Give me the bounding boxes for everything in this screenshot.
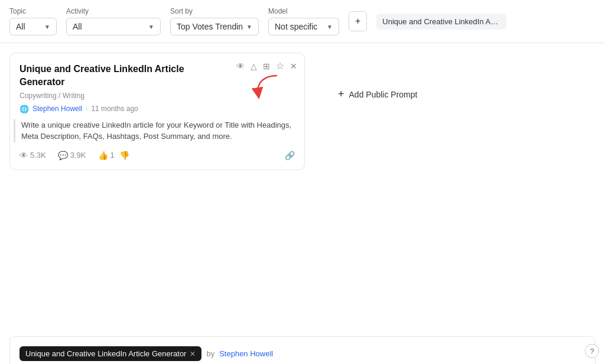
bottom-header: Unique and Creative LinkedIn Article Gen… [19,346,586,361]
card-stats: 👁 5.3K 💬 3.9K 👍 1 👎 🔗 [19,151,295,160]
comments-icon: 💬 [58,151,68,160]
sortby-chevron-icon: ▼ [246,24,252,30]
model-value: Not specific [275,22,317,31]
likes-count: 1 [110,151,115,160]
time-ago: 11 months ago [91,105,138,113]
link-stat: 🔗 [285,151,295,160]
filter-tag-text: Unique and Creative LinkedIn Article [382,17,500,26]
thumbsdown-icon[interactable]: 👎 [119,151,129,160]
card-description: Write a unique creative LinkedIn article… [14,119,295,142]
model-select[interactable]: Not specific ▼ [268,18,339,35]
filter-bar: Topic All ▼ Activity All ▼ Sort by Top V… [0,0,605,43]
card-category: Copywriting / Writing [19,92,295,100]
help-button[interactable]: ? [585,344,599,358]
sortby-label: Sort by [170,7,259,15]
by-text: by [206,349,214,358]
thumbsup-icon[interactable]: 👍 [98,151,108,160]
topic-filter-group: Topic All ▼ [9,7,57,35]
active-filter-tag: Unique and Creative LinkedIn Article [376,14,506,30]
prompt-badge: Unique and Creative LinkedIn Article Gen… [19,346,201,361]
help-icon: ? [590,347,594,356]
model-chevron-icon: ▼ [327,24,333,30]
warning-icon[interactable]: △ [251,61,257,71]
activity-filter-group: Activity All ▼ [66,7,161,35]
activity-select[interactable]: All ▼ [66,18,161,35]
link-icon[interactable]: 🔗 [285,151,295,160]
comments-stat: 💬 3.9K [58,151,86,160]
sortby-filter-group: Sort by Top Votes Trendin ▼ [170,7,259,35]
add-model-button[interactable]: + [349,11,367,31]
card-author-row: 🌐 Stephen Howell · 11 months ago [19,105,295,113]
model-label: Model [268,7,339,15]
badge-text: Unique and Creative LinkedIn Article Gen… [25,349,186,358]
topic-value: All [16,22,25,31]
eye-icon[interactable]: 👁 [236,61,245,71]
close-icon[interactable]: ✕ [290,61,297,71]
sortby-value: Top Votes Trendin [177,22,243,31]
globe-icon: 🌐 [19,105,29,113]
sortby-select[interactable]: Top Votes Trendin ▼ [170,18,259,35]
add-public-prompt-button[interactable]: + Add Public Prompt [338,88,417,100]
views-count: 5.3K [30,151,46,160]
activity-label: Activity [66,7,161,15]
separator-dot: · [86,105,87,113]
views-stat: 👁 5.3K [19,151,46,160]
model-filter-group: Model Not specific ▼ [268,7,339,35]
plus-icon: + [338,88,344,100]
star-icon[interactable]: ☆ [276,60,284,72]
bottom-author-link[interactable]: Stephen Howell [219,349,273,358]
activity-chevron-icon: ▼ [148,24,154,30]
grid-icon[interactable]: ⊞ [263,61,270,71]
prompt-card: 👁 △ ⊞ ☆ ✕ Unique and Creative LinkedIn A… [9,53,305,170]
topic-select[interactable]: All ▼ [9,18,57,35]
topic-label: Topic [9,7,57,15]
main-content: 👁 △ ⊞ ☆ ✕ Unique and Creative LinkedIn A… [0,43,605,336]
bottom-panel: Unique and Creative LinkedIn Article Gen… [9,336,596,364]
badge-close-icon[interactable]: ✕ [190,350,196,358]
views-icon: 👁 [19,151,28,160]
activity-value: All [73,22,82,31]
comments-count: 3.9K [70,151,86,160]
add-public-label: Add Public Prompt [349,90,418,99]
card-author-link[interactable]: Stephen Howell [32,105,82,113]
topic-chevron-icon: ▼ [44,24,50,30]
likes-stat: 👍 1 👎 [98,151,129,160]
right-panel: + Add Public Prompt [314,53,596,327]
